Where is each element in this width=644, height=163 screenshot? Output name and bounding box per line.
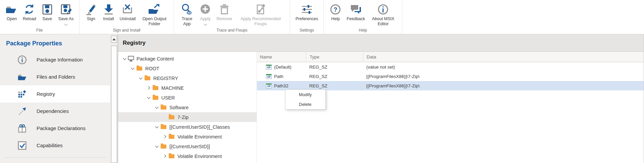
help-icon: ? [329, 2, 342, 16]
apply-recommended-fixups-button[interactable]: Apply Recommended Fixups [234, 2, 287, 27]
chevron-down-icon[interactable] [154, 107, 160, 108]
capabilities-icon [17, 140, 28, 151]
content-panel: Registry Package ContentROOTREGISTRYMACH… [118, 34, 644, 163]
ribbon-button-label: Save As [58, 16, 74, 22]
scrollbar-thumb[interactable] [111, 46, 117, 163]
registry-value-row[interactable]: abPathREG_SZ[{ProgramFilesX86}]\7-Zip\ [257, 72, 644, 81]
chevron-right-icon[interactable] [146, 87, 152, 89]
chevron-down-icon[interactable] [154, 146, 160, 147]
open-button[interactable]: Open [3, 2, 20, 22]
tree-node-7-zip[interactable]: 7-Zip [118, 112, 257, 122]
folder-icon [161, 145, 166, 149]
folder-icon [161, 106, 166, 110]
page-title: Registry [118, 34, 644, 52]
chevron-down-icon[interactable] [154, 126, 160, 128]
scroll-up-button[interactable] [111, 36, 117, 43]
chevron-down-icon[interactable] [138, 78, 144, 79]
column-header-data[interactable]: Data [363, 52, 644, 62]
install-button[interactable]: Install [100, 2, 117, 22]
sidebar-item-label: Registry [37, 91, 55, 97]
chevron-down-icon[interactable] [121, 58, 127, 59]
value-name: Path [274, 74, 283, 79]
tree-node-volatile-environment[interactable]: Volatile Environment [118, 151, 257, 161]
value-data-cell: [{ProgramFilesX86}]\7-Zip\ [363, 74, 644, 79]
sidebar-scrollbar[interactable] [110, 34, 118, 163]
tree-node-label: USER [161, 95, 175, 100]
fixups-icon [254, 2, 267, 16]
ribbon-button-label: Install [103, 16, 114, 22]
save-button[interactable]: Save [39, 2, 56, 22]
tree-node-currentusersid[interactable]: [{CurrentUserSID}] [118, 141, 257, 151]
apply-icon [199, 2, 212, 16]
sign-icon [85, 2, 98, 16]
apply-button[interactable]: Apply [197, 2, 214, 25]
tree-node-user[interactable]: USER [118, 93, 257, 103]
dropdown-chevron-icon[interactable] [204, 22, 207, 26]
tree-node-label: 7-Zip [177, 115, 189, 120]
tree-node-package-content[interactable]: Package Content [118, 54, 257, 64]
ribbon-button-label: Reload [23, 16, 36, 22]
group-buttons: ?HelpFeedbackAbout MSIX Editor [327, 0, 399, 28]
ribbon-button-label: Open [7, 16, 17, 22]
feedback-button[interactable]: Feedback [344, 2, 367, 22]
value-type-cell: REG_SZ [306, 83, 363, 88]
ribbon-button-label: Uninstall [120, 16, 136, 22]
preferences-button[interactable]: Preferences [293, 2, 320, 22]
trace-app-icon [180, 2, 193, 16]
registry-tree: Package ContentROOTREGISTRYMACHINEUSERSo… [118, 52, 257, 163]
chevron-down-icon[interactable] [146, 97, 152, 98]
tree-node-registry[interactable]: REGISTRY [118, 73, 257, 83]
sidebar-item-registry[interactable]: Registry [0, 85, 110, 103]
tree-node-machine[interactable]: MACHINE [118, 83, 257, 93]
tree-node-volatile-environment[interactable]: Volatile Environment [118, 132, 257, 141]
ribbon-button-label: Remove [216, 16, 232, 22]
sidebar-item-files-and-folders[interactable]: Files and Folders [0, 68, 110, 85]
sidebar-item-dependencies[interactable]: Dependencies [0, 103, 110, 120]
sidebar-item-label: Dependencies [37, 108, 69, 114]
tree-node-software[interactable]: Software [118, 103, 257, 112]
sidebar-item-capabilities[interactable]: Capabilities [0, 137, 110, 154]
package-info-icon [17, 54, 28, 65]
column-header-type[interactable]: Type [306, 52, 363, 62]
open-output-folder-button[interactable]: Open Output Folder [138, 2, 171, 27]
sidebar-item-package-declarations[interactable]: Package Declarations [0, 120, 110, 137]
reload-button[interactable]: Reload [20, 2, 39, 22]
dropdown-chevron-icon[interactable] [64, 22, 68, 26]
string-value-icon: ab [266, 74, 272, 79]
chevron-right-icon[interactable] [162, 155, 168, 157]
sidebar-item-label: Capabilities [37, 142, 63, 148]
chevron-right-icon[interactable] [162, 135, 168, 138]
tree-node-label: REGISTRY [153, 76, 178, 81]
tree-node-label: Package Content [137, 56, 174, 62]
help-button[interactable]: ?Help [327, 2, 344, 22]
sign-button[interactable]: Sign [83, 2, 100, 22]
files-folders-icon [17, 72, 28, 82]
tree-node-root[interactable]: ROOT [118, 64, 257, 73]
remove-button[interactable]: Remove [214, 2, 234, 22]
about-icon [377, 2, 389, 16]
chevron-down-icon[interactable] [129, 68, 136, 69]
group-buttons: Trace AppApplyRemoveApply Recommended Fi… [177, 0, 287, 28]
column-header-name[interactable]: Name [257, 52, 306, 62]
about-msix-editor-button[interactable]: About MSIX Editor [367, 2, 399, 27]
uninstall-button[interactable]: Uninstall [117, 2, 138, 22]
tree-node-label: [{CurrentUserSID}]_Classes [169, 124, 230, 130]
folder-icon [169, 154, 174, 158]
sidebar-items: Package InformationFiles and FoldersRegi… [0, 51, 110, 154]
registry-value-row[interactable]: abPath32REG_SZ[{ProgramFilesX86}]\7-Zip\ [257, 81, 644, 90]
ribbon-button-label: Save [42, 16, 52, 22]
tree-node-currentusersid-classes[interactable]: [{CurrentUserSID}]_Classes [118, 122, 257, 132]
value-type-cell: REG_SZ [306, 65, 363, 70]
folder-icon [137, 67, 142, 71]
save-as-button[interactable]: Save As [56, 2, 76, 25]
registry-value-row[interactable]: ab(Default)REG_SZ(value not set) [257, 62, 644, 72]
folder-icon [153, 86, 158, 90]
save-as-icon [60, 2, 72, 16]
context-menu-item-delete[interactable]: Delete [285, 99, 325, 109]
value-name-cell: ab(Default) [257, 65, 306, 70]
folder-icon [145, 76, 150, 80]
sidebar-item-package-information[interactable]: Package Information [0, 51, 110, 68]
ribbon-group-sign-and-install: SignInstallUninstallOpen Output FolderSi… [79, 0, 174, 34]
trace-app-button[interactable]: Trace App [177, 2, 197, 27]
context-menu-item-modify[interactable]: Modify [285, 90, 325, 99]
